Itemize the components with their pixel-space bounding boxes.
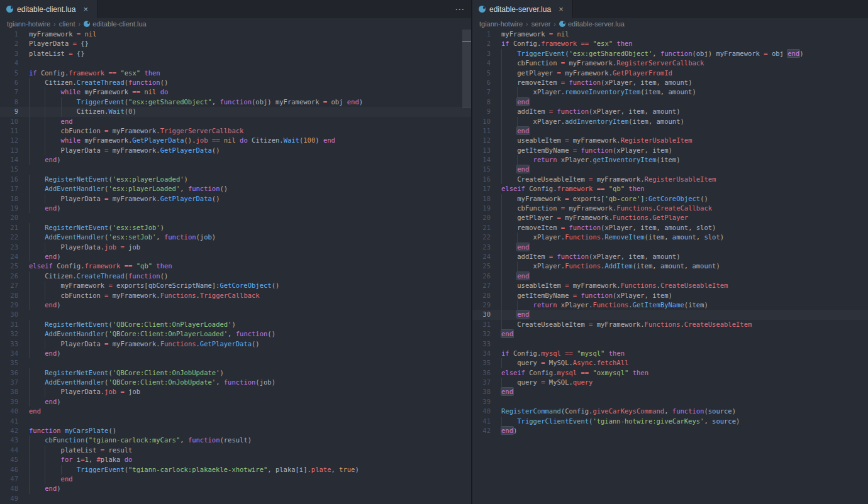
line-number[interactable]: 31 (472, 320, 491, 329)
code-line[interactable]: 20 (0, 213, 471, 222)
tab-editable-client[interactable]: editable-client.lua × (0, 0, 97, 18)
code-line[interactable]: 42function myCarsPlate() (0, 426, 471, 436)
code-line[interactable]: 3TriggerEvent('esx:getSharedObject', fun… (472, 49, 868, 58)
code-line[interactable]: 30end (472, 310, 868, 319)
line-number[interactable]: 4 (0, 58, 18, 68)
code-line[interactable]: 6Citizen.CreateThread(function() (0, 78, 471, 87)
line-number[interactable]: 33 (472, 339, 491, 349)
code-line[interactable]: 3plateList = {} (0, 49, 471, 58)
code-line[interactable]: 11cbFunction = myFramework.TriggerServer… (0, 126, 471, 136)
code-line[interactable]: 35 (0, 358, 471, 368)
code-editor-client[interactable]: 1myFramework = nil2PlayerData = {}3plate… (0, 30, 471, 504)
code-line[interactable]: 36elseif Config.mysql == "oxmysql" then (472, 368, 868, 378)
code-line[interactable]: 21removeItem = function(xPlayer, item, a… (472, 223, 868, 233)
line-number[interactable]: 28 (0, 291, 18, 300)
breadcrumb-item[interactable]: editable-server.lua (559, 20, 625, 28)
code-line[interactable]: 23PlayerData.job = job (0, 243, 471, 252)
code-line[interactable]: 28getItemByName = function(xPlayer, item… (472, 291, 868, 300)
line-number[interactable]: 48 (0, 484, 18, 493)
code-line[interactable]: 41 (0, 417, 471, 426)
line-number[interactable]: 34 (472, 349, 491, 358)
code-line[interactable]: 39end) (0, 397, 471, 407)
code-line[interactable]: 40end (0, 407, 471, 416)
code-line[interactable]: 5getPlayer = myFramework.GetPlayerFromId (472, 68, 868, 78)
line-number[interactable]: 8 (0, 97, 18, 107)
line-number[interactable]: 12 (472, 136, 491, 145)
line-number[interactable]: 17 (472, 184, 491, 194)
line-number[interactable]: 34 (0, 349, 18, 358)
line-number[interactable]: 24 (472, 252, 491, 261)
line-number[interactable]: 22 (0, 233, 18, 242)
code-line[interactable]: 17AddEventHandler('esx:playerLoaded', fu… (0, 184, 471, 194)
line-number[interactable]: 16 (472, 175, 491, 184)
line-number[interactable]: 47 (0, 474, 18, 484)
line-number[interactable]: 28 (472, 291, 491, 300)
line-number[interactable]: 26 (472, 271, 491, 281)
code-line[interactable]: 7while myFramework == nil do (0, 87, 471, 97)
code-line[interactable]: 34end) (0, 349, 471, 358)
line-number[interactable]: 17 (0, 184, 18, 194)
code-line[interactable]: 2if Config.framework == "esx" then (472, 39, 868, 48)
line-number[interactable]: 6 (472, 78, 491, 87)
line-number[interactable]: 13 (472, 146, 491, 155)
line-number[interactable]: 11 (0, 126, 18, 136)
line-number[interactable]: 9 (0, 107, 18, 116)
line-number[interactable]: 21 (472, 223, 491, 233)
line-number[interactable]: 37 (472, 378, 491, 387)
code-line[interactable]: 20getPlayer = myFramework.Functions.GetP… (472, 213, 868, 222)
code-line[interactable]: 33 (472, 339, 868, 349)
line-number[interactable]: 38 (472, 387, 491, 397)
line-number[interactable]: 18 (472, 194, 491, 204)
line-number[interactable]: 25 (472, 261, 491, 271)
line-number[interactable]: 23 (0, 243, 18, 252)
code-line[interactable]: 48end) (0, 484, 471, 493)
breadcrumb-item[interactable]: tgiann-hotwire (7, 20, 50, 28)
line-number[interactable]: 36 (472, 368, 491, 378)
code-line[interactable]: 19cbFunction = myFramework.Functions.Cre… (472, 204, 868, 213)
line-number[interactable]: 10 (472, 117, 491, 126)
code-line[interactable]: 31CreateUseableItem = myFramework.Functi… (472, 320, 868, 329)
code-line[interactable]: 41TriggerClientEvent('tgiann-hotwire:giv… (472, 417, 868, 426)
code-line[interactable]: 10end (0, 117, 471, 126)
code-line[interactable]: 21RegisterNetEvent('esx:setJob') (0, 223, 471, 233)
line-number[interactable]: 40 (472, 407, 491, 416)
code-line[interactable]: 26Citizen.CreateThread(function() (0, 271, 471, 281)
code-line[interactable]: 4 (0, 58, 471, 68)
code-line[interactable]: 45for i=1, #plaka do (0, 455, 471, 464)
breadcrumb-item[interactable]: client (59, 20, 75, 28)
line-number[interactable]: 35 (0, 358, 18, 368)
line-number[interactable]: 36 (0, 368, 18, 378)
line-number[interactable]: 39 (472, 397, 491, 407)
line-number[interactable]: 15 (472, 165, 491, 174)
line-number[interactable]: 49 (0, 494, 18, 503)
code-line[interactable]: 17elseif Config.framework == "qb" then (472, 184, 868, 194)
code-line[interactable]: 44plateList = result (0, 446, 471, 455)
line-number[interactable]: 42 (0, 426, 18, 436)
line-number[interactable]: 41 (0, 417, 18, 426)
line-number[interactable]: 29 (472, 300, 491, 310)
line-number[interactable]: 39 (0, 397, 18, 407)
line-number[interactable]: 13 (0, 146, 18, 155)
code-line[interactable]: 13PlayerData = myFramework.GetPlayerData… (0, 146, 471, 155)
code-line[interactable]: 22AddEventHandler('esx:setJob', function… (0, 233, 471, 242)
code-line[interactable]: 9Citizen.Wait(0) (0, 107, 471, 116)
code-line[interactable]: 43cbFunction("tgiann-carlock:myCars", fu… (0, 436, 471, 445)
code-line[interactable]: 35query = MySQL.Async.fetchAll (472, 358, 868, 368)
line-number[interactable]: 18 (0, 194, 18, 204)
line-number[interactable]: 40 (0, 407, 18, 416)
code-line[interactable]: 39 (472, 397, 868, 407)
code-line[interactable]: 33PlayerData = myFramework.Functions.Get… (0, 339, 471, 349)
code-line[interactable]: 37query = MySQL.query (472, 378, 868, 387)
code-line[interactable]: 24addItem = function(xPlayer, item, amou… (472, 252, 868, 261)
breadcrumb-item[interactable]: server (531, 20, 551, 28)
line-number[interactable]: 2 (0, 39, 18, 48)
code-line[interactable]: 19end) (0, 204, 471, 213)
line-number[interactable]: 33 (0, 339, 18, 349)
code-line[interactable]: 1myFramework = nil (0, 30, 471, 39)
code-line[interactable]: 37AddEventHandler('QBCore:Client:OnJobUp… (0, 378, 471, 387)
code-line[interactable]: 4cbFunction = myFramework.RegisterServer… (472, 58, 868, 68)
code-line[interactable]: 34if Config.mysql == "mysql" then (472, 349, 868, 358)
line-number[interactable]: 4 (472, 58, 491, 68)
line-number[interactable]: 41 (472, 417, 491, 426)
line-number[interactable]: 7 (0, 87, 18, 97)
